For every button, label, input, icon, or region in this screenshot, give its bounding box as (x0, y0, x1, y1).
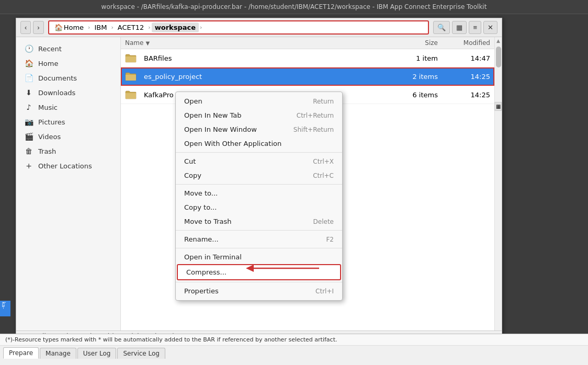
col-size-label: Size (425, 39, 438, 47)
scrollbar[interactable]: ▲ ▦ (494, 37, 502, 330)
menu-button[interactable]: ≡ (469, 21, 481, 34)
file-list-header: Name ▼ Size Modified (121, 37, 494, 49)
back-button[interactable]: ‹ (20, 21, 31, 34)
ctx-cut[interactable]: Cut Ctrl+X (176, 154, 342, 168)
breadcrumb-acet12-label: ACET12 (118, 24, 144, 31)
scroll-thumb[interactable] (496, 47, 501, 67)
ctx-open-new-tab-shortcut: Ctrl+Return (297, 112, 334, 119)
ctx-open-new-window-shortcut: Shift+Return (293, 126, 334, 133)
folder-icon (125, 89, 138, 100)
ctx-rename[interactable]: Rename... F2 (176, 232, 342, 246)
sidebar-item-recent[interactable]: 🕐 Recent (16, 41, 120, 56)
breadcrumb-home[interactable]: 🏠 Home (51, 22, 87, 32)
breadcrumb-sep-2: › (111, 24, 113, 31)
ctx-open-new-tab[interactable]: Open In New Tab Ctrl+Return (176, 108, 342, 122)
grid-icon[interactable]: ▦ (494, 102, 502, 111)
scroll-up-button[interactable]: ▲ (495, 37, 501, 44)
kafka-sidebar-indicator: ka- (0, 301, 10, 316)
ctx-open-new-window[interactable]: Open In New Window Shift+Return (176, 122, 342, 136)
sidebar-videos-label: Videos (38, 133, 61, 141)
sidebar-item-other-locations[interactable]: + Other Locations (16, 158, 120, 173)
ctx-open-with-other-label: Open With Other Application (184, 140, 281, 147)
sidebar-pictures-label: Pictures (38, 118, 65, 126)
breadcrumb-sep-1: › (88, 24, 90, 31)
ctx-open-label: Open (184, 97, 202, 105)
title-text: workspace - /BARfiles/kafka-api-producer… (101, 3, 487, 10)
sidebar-item-downloads[interactable]: ⬇ Downloads (16, 85, 120, 100)
bottom-area: (*)-Resource types marked with * will be… (0, 334, 588, 365)
search-button[interactable]: 🔍 (433, 21, 450, 34)
ctx-rename-shortcut: F2 (326, 236, 334, 243)
breadcrumb-home-label: Home (64, 24, 84, 31)
ctx-open[interactable]: Open Return (176, 94, 342, 108)
ctx-move-to-trash-shortcut: Delete (313, 218, 334, 225)
ctx-copy-shortcut: Ctrl+C (313, 172, 334, 179)
ctx-move-to-label: Move to... (184, 189, 218, 197)
kafka-label: ka- (0, 301, 7, 310)
annotation-arrow (241, 260, 324, 278)
table-row[interactable]: BARfiles 1 item 14:47 (121, 49, 494, 67)
tab-manage[interactable]: Manage (40, 348, 76, 359)
file-name: KafkaPro (144, 91, 174, 99)
tab-user-log-label: User Log (83, 350, 111, 357)
breadcrumb-ibm[interactable]: IBM (91, 22, 110, 32)
sidebar-home-label: Home (38, 60, 58, 67)
clock-icon: 🕐 (25, 44, 33, 53)
ctx-open-with-other[interactable]: Open With Other Application (176, 136, 342, 151)
videos-icon: 🎬 (25, 132, 33, 141)
ctx-properties-label: Properties (184, 287, 219, 295)
tab-prepare[interactable]: Prepare (3, 347, 39, 359)
ctx-rename-label: Rename... (184, 235, 219, 243)
breadcrumb-sep-3: › (148, 24, 150, 31)
sidebar-music-label: Music (38, 104, 58, 111)
sidebar-item-music[interactable]: ♪ Music (16, 100, 120, 115)
col-modified-label: Modified (463, 39, 490, 47)
folder-icon (125, 52, 138, 64)
file-size: 1 item (396, 54, 438, 62)
ctx-copy-to[interactable]: Copy to... (176, 200, 342, 214)
ctx-move-to[interactable]: Move to... (176, 186, 342, 200)
ctx-open-terminal-label: Open in Terminal (184, 253, 242, 261)
ctx-sep-3 (176, 230, 342, 231)
file-name-col: es_policy_project (125, 71, 396, 82)
download-icon: ⬇ (25, 88, 33, 97)
tab-prepare-label: Prepare (9, 349, 33, 357)
file-size: 2 items (396, 73, 438, 81)
tab-service-log[interactable]: Service Log (117, 348, 165, 359)
sidebar-item-trash[interactable]: 🗑 Trash (16, 144, 120, 158)
sidebar-downloads-label: Downloads (38, 89, 75, 97)
sidebar-item-pictures[interactable]: 📷 Pictures (16, 115, 120, 129)
ctx-move-to-trash[interactable]: Move to Trash Delete (176, 214, 342, 229)
breadcrumb-workspace[interactable]: workspace (152, 22, 199, 32)
ctx-move-to-trash-label: Move to Trash (184, 218, 232, 225)
document-icon: 📄 (25, 74, 33, 82)
ctx-sep-4 (176, 248, 342, 248)
close-button[interactable]: ✕ (483, 21, 497, 34)
file-name-col: BARfiles (125, 52, 396, 64)
file-modified: 14:25 (438, 73, 490, 81)
ctx-sep-1 (176, 152, 342, 153)
sidebar-item-home[interactable]: 🏠 Home (16, 56, 120, 71)
forward-button[interactable]: › (33, 21, 43, 34)
sort-arrow: ▼ (145, 40, 150, 46)
tab-service-log-label: Service Log (123, 350, 160, 357)
tab-user-log[interactable]: User Log (77, 348, 117, 359)
sidebar-item-documents[interactable]: 📄 Documents (16, 71, 120, 85)
breadcrumb-ibm-label: IBM (94, 24, 107, 31)
pictures-icon: 📷 (25, 118, 33, 126)
sidebar-item-videos[interactable]: 🎬 Videos (16, 129, 120, 144)
ctx-properties[interactable]: Properties Ctrl+I (176, 284, 342, 298)
ctx-compress-label: Compress... (186, 268, 227, 276)
ctx-copy[interactable]: Copy Ctrl+C (176, 168, 342, 182)
table-row[interactable]: es_policy_project 2 items 14:25 (121, 67, 494, 86)
breadcrumb-acet12[interactable]: ACET12 (115, 22, 147, 32)
sidebar-trash-label: Trash (38, 147, 56, 155)
svg-marker-1 (246, 265, 254, 272)
breadcrumb-area: 🏠 Home › IBM › ACET12 › workspace › (48, 20, 429, 35)
grid-view-button[interactable]: ▦ (452, 21, 467, 34)
toolbar-right: 🔍 ▦ ≡ ✕ (433, 21, 497, 34)
ctx-open-new-tab-label: Open In New Tab (184, 111, 242, 119)
breadcrumb-workspace-label: workspace (155, 24, 196, 31)
col-name-label: Name (125, 39, 143, 47)
col-modified-header: Modified (438, 39, 490, 47)
